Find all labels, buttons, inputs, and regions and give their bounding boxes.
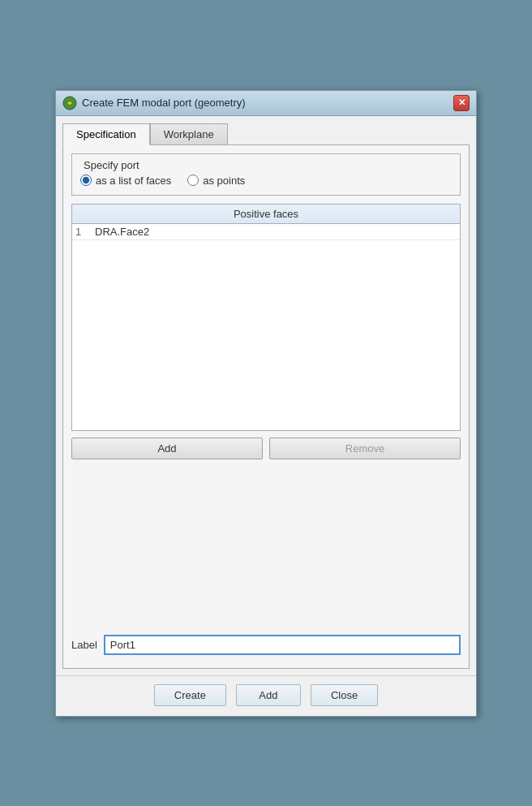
radio-faces-input[interactable] [80, 175, 92, 186]
label-row: Label [71, 630, 461, 660]
row-num: 1 [75, 226, 92, 238]
window-title: Create FEM modal port (geometry) [82, 97, 246, 109]
label-field-label: Label [71, 639, 97, 651]
tab-workplane[interactable]: Workplane [150, 123, 228, 145]
close-button[interactable]: Close [311, 684, 378, 706]
specify-port-legend: Specify port [80, 159, 452, 171]
dialog-window: Create FEM modal port (geometry) ✕ Speci… [55, 90, 477, 717]
window-body: Specification Workplane Specify port as … [56, 116, 476, 675]
tab-specification[interactable]: Specification [62, 123, 150, 145]
close-icon[interactable]: ✕ [453, 95, 470, 111]
row-value: DRA.Face2 [95, 226, 149, 238]
title-bar: Create FEM modal port (geometry) ✕ [56, 91, 476, 116]
create-button[interactable]: Create [154, 684, 226, 706]
table-body: 1 DRA.Face2 [72, 224, 460, 419]
specify-port-group: Specify port as a list of faces as point… [71, 153, 461, 196]
spacer [71, 468, 461, 630]
title-bar-left: Create FEM modal port (geometry) [62, 96, 246, 110]
label-input[interactable] [104, 635, 461, 655]
footer-add-button[interactable]: Add [236, 684, 301, 706]
radio-points-label: as points [203, 175, 245, 187]
radio-option-points[interactable]: as points [187, 175, 245, 187]
radio-faces-label: as a list of faces [96, 175, 171, 187]
tab-content-specification: Specify port as a list of faces as point… [62, 144, 470, 669]
radio-option-faces[interactable]: as a list of faces [80, 175, 171, 187]
table-header: Positive faces [72, 205, 460, 224]
table-row[interactable]: 1 DRA.Face2 [72, 224, 460, 240]
radio-group: as a list of faces as points [80, 175, 452, 187]
footer-buttons: Create Add Close [56, 675, 476, 716]
positive-faces-table: Positive faces 1 DRA.Face2 [71, 204, 461, 431]
svg-point-1 [68, 101, 71, 105]
tab-bar: Specification Workplane [62, 123, 470, 144]
app-icon [62, 96, 77, 110]
table-action-buttons: Add Remove [71, 437, 461, 459]
remove-face-button[interactable]: Remove [269, 437, 461, 459]
radio-points-input[interactable] [187, 175, 199, 186]
add-face-button[interactable]: Add [71, 437, 263, 459]
